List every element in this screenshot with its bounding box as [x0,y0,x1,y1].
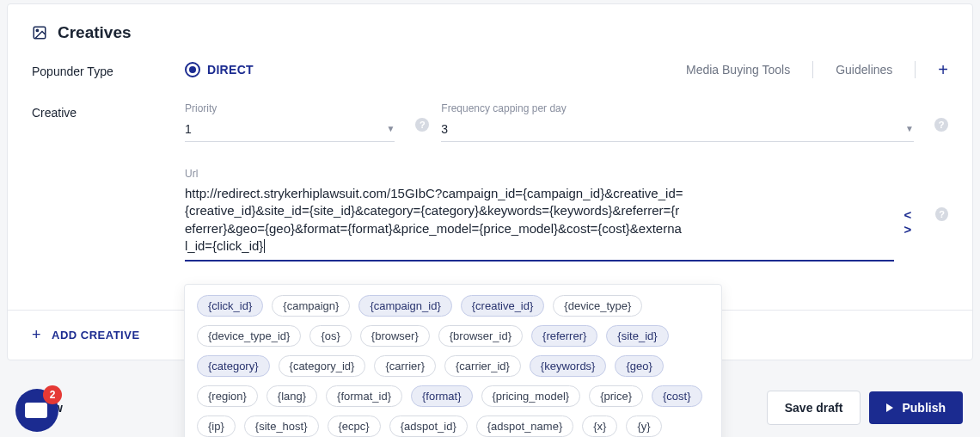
popunder-row: Popunder Type DIRECT Media Buying Tools … [32,61,948,78]
priority-select[interactable]: 1 ▼ [185,116,395,142]
token[interactable]: {keywords} [530,355,607,377]
card-header: Creatives [8,4,972,61]
token[interactable]: {referrer} [531,325,597,347]
token[interactable]: {lang} [266,385,317,407]
save-draft-button[interactable]: Save draft [767,391,861,425]
creative-content: Priority 1 ▼ ? Frequency capping per day… [185,102,948,262]
header-links: Media Buying Tools Guidelines + [686,61,948,78]
token[interactable]: {price} [589,385,643,407]
intercom-launcher[interactable]: 2 [15,389,58,432]
freq-label: Frequency capping per day [441,102,914,114]
url-section: Url http://redirect.strykerhiplawsuit.co… [185,168,948,262]
token[interactable]: {adspot_name} [476,415,573,437]
popunder-label: Popunder Type [32,61,185,78]
token[interactable]: {browser} [360,325,430,347]
add-creative-label: ADD CREATIVE [52,329,140,342]
publish-label: Publish [902,401,946,415]
token[interactable]: {y} [626,415,661,437]
token[interactable]: {site_id} [606,325,668,347]
token[interactable]: {device_type} [553,295,642,317]
freq-select[interactable]: 3 ▼ [441,116,914,142]
svg-point-1 [36,29,38,31]
chevron-down-icon: ▼ [386,124,395,133]
token[interactable]: {ip} [197,415,236,437]
url-row: http://redirect.strykerhiplawsuit.com/15… [185,182,948,262]
play-icon [886,403,893,412]
token[interactable]: {site_host} [244,415,319,437]
help-icon[interactable]: ? [415,118,429,132]
intercom-badge: 2 [43,385,62,404]
url-label: Url [185,168,948,180]
token[interactable]: {cost} [652,385,702,407]
code-icon[interactable]: < > [904,207,917,237]
token[interactable]: {geo} [615,355,663,377]
card-body: Popunder Type DIRECT Media Buying Tools … [8,61,972,277]
divider [812,61,813,78]
token[interactable]: {creative_id} [461,295,545,317]
help-icon[interactable]: ? [935,207,948,221]
token[interactable]: {browser_id} [438,325,523,347]
token[interactable]: {adspot_id} [389,415,468,437]
form-grid: Priority 1 ▼ ? Frequency capping per day… [185,102,948,142]
priority-label: Priority [185,102,395,114]
chevron-down-icon: ▼ [905,124,914,133]
divider [915,61,916,78]
tokens-dropdown: {click_id}{campaign}{campaign_id}{creati… [184,284,722,437]
freq-value: 3 [441,122,905,136]
creative-label: Creative [32,102,185,120]
token[interactable]: {x} [582,415,617,437]
token[interactable]: {carrier_id} [444,355,521,377]
save-draft-label: Save draft [785,401,843,415]
token[interactable]: {category} [197,355,270,377]
text-cursor [264,239,265,253]
token[interactable]: {click_id} [197,295,263,317]
token-list: {click_id}{campaign}{campaign_id}{creati… [197,295,709,437]
radio-label: DIRECT [207,63,254,77]
card-title: Creatives [58,23,132,42]
url-input[interactable]: http://redirect.strykerhiplawsuit.com/15… [185,182,894,262]
image-icon [32,25,47,40]
token[interactable]: {ecpc} [328,415,381,437]
intercom-icon [25,403,47,418]
popunder-direct-radio[interactable]: DIRECT [185,62,254,77]
publish-button[interactable]: Publish [869,391,963,424]
token[interactable]: {os} [309,325,351,347]
media-buying-link[interactable]: Media Buying Tools [686,63,790,77]
url-value: http://redirect.strykerhiplawsuit.com/15… [185,186,683,253]
token[interactable]: {campaign_id} [358,295,451,317]
token[interactable]: {carrier} [374,355,436,377]
token[interactable]: {device_type_id} [197,325,301,347]
token[interactable]: {format} [411,385,473,407]
creative-row: Creative Priority 1 ▼ ? Frequency cappin… [32,102,948,262]
priority-col: Priority 1 ▼ [185,102,395,142]
token[interactable]: {format_id} [326,385,402,407]
token[interactable]: {campaign} [272,295,350,317]
token[interactable]: {pricing_model} [481,385,581,407]
token[interactable]: {category_id} [279,355,366,377]
freq-col: Frequency capping per day 3 ▼ [441,102,914,142]
guidelines-link[interactable]: Guidelines [836,63,892,77]
plus-icon[interactable]: + [938,61,948,78]
priority-value: 1 [185,122,386,136]
plus-icon: + [32,326,41,344]
radio-icon [185,62,200,77]
token[interactable]: {region} [197,385,258,407]
help-icon[interactable]: ? [934,118,948,132]
